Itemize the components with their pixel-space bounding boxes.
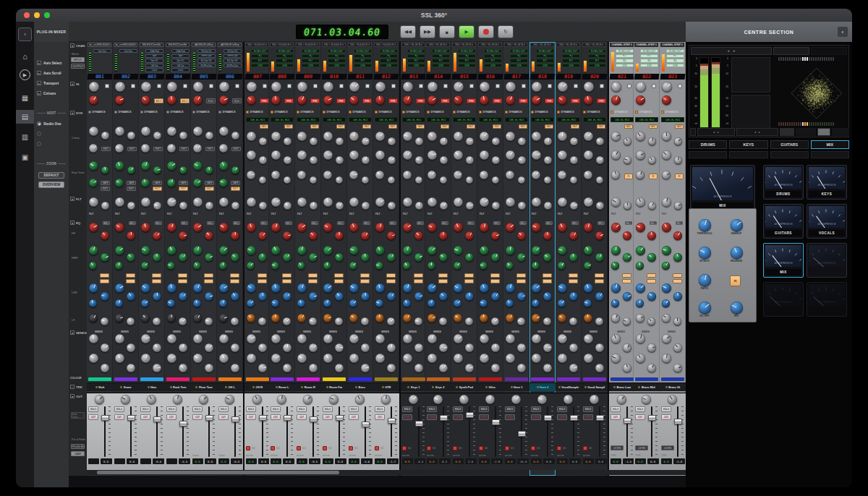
channel-colour-bar[interactable] bbox=[323, 377, 346, 381]
channel-function-button[interactable]: EQ bbox=[251, 54, 269, 58]
channel-strip[interactable]: SSL • SL 4K B ▾FLT/EQ OUTEQFLTDYN017PRED… bbox=[503, 42, 529, 476]
knob[interactable] bbox=[259, 137, 267, 145]
solo-clear-button[interactable]: Solo Clear bbox=[71, 412, 85, 419]
channel-function-button[interactable]: EQ bbox=[536, 54, 554, 58]
knob[interactable] bbox=[297, 299, 305, 307]
knob[interactable] bbox=[231, 253, 239, 262]
knob[interactable] bbox=[349, 334, 359, 343]
channel-function-button[interactable]: EQ bbox=[302, 54, 320, 58]
knob[interactable] bbox=[349, 354, 359, 363]
knob[interactable] bbox=[271, 314, 280, 322]
host-slot-2[interactable] bbox=[37, 132, 41, 136]
forward-button[interactable]: ▶▶ bbox=[420, 25, 435, 38]
bell-button[interactable]: BELL bbox=[389, 221, 396, 225]
knob[interactable] bbox=[323, 314, 332, 322]
channel-function-button[interactable]: DYN bbox=[640, 64, 658, 67]
channel-function-button[interactable]: FLT bbox=[562, 59, 580, 62]
cut-button[interactable]: CUT bbox=[349, 414, 359, 420]
eq-in-button[interactable] bbox=[360, 279, 370, 283]
knob[interactable] bbox=[558, 246, 567, 255]
fader-track[interactable] bbox=[495, 406, 496, 457]
knob[interactable] bbox=[179, 343, 187, 352]
channel-function-button[interactable]: DYN bbox=[407, 64, 425, 67]
knob[interactable] bbox=[532, 262, 540, 270]
knob[interactable] bbox=[101, 292, 109, 301]
knob[interactable] bbox=[115, 197, 124, 207]
cut-button[interactable]: CUT bbox=[271, 414, 281, 420]
knob[interactable] bbox=[173, 395, 182, 404]
track-name[interactable]: Brass Mid bbox=[634, 382, 660, 391]
knob[interactable] bbox=[569, 231, 578, 240]
eq-dyn-sc-button[interactable] bbox=[360, 273, 370, 278]
knob[interactable] bbox=[271, 334, 281, 343]
knob[interactable] bbox=[584, 354, 593, 363]
knob[interactable] bbox=[595, 364, 604, 372]
track-name[interactable]: OH R bbox=[244, 382, 271, 391]
knob[interactable] bbox=[388, 156, 396, 164]
knob[interactable] bbox=[205, 132, 213, 140]
phase-button[interactable] bbox=[469, 84, 474, 88]
knob[interactable] bbox=[491, 231, 500, 240]
channel-function-button[interactable]: DYN bbox=[562, 64, 580, 67]
channel-colour-bar[interactable] bbox=[375, 377, 398, 381]
knob[interactable] bbox=[623, 364, 631, 372]
knob[interactable] bbox=[480, 299, 488, 307]
eq-in-button[interactable] bbox=[126, 279, 135, 283]
knob[interactable] bbox=[258, 317, 266, 325]
knob[interactable] bbox=[167, 223, 176, 232]
channels-icon[interactable]: ▦ bbox=[18, 91, 32, 105]
knob[interactable] bbox=[511, 395, 521, 404]
channel-function-button[interactable]: EQ bbox=[354, 54, 372, 58]
channel-colour-bar[interactable] bbox=[635, 377, 658, 381]
fader-handle[interactable] bbox=[674, 419, 682, 424]
knob[interactable] bbox=[375, 334, 385, 343]
knob[interactable] bbox=[323, 150, 333, 160]
knob[interactable] bbox=[89, 95, 98, 105]
fader-value[interactable]: 0.0 bbox=[335, 458, 346, 464]
knob[interactable] bbox=[349, 197, 359, 207]
knob[interactable] bbox=[569, 364, 578, 372]
knob[interactable] bbox=[361, 343, 370, 352]
mixer-strips-icon[interactable]: ▥ bbox=[18, 130, 32, 144]
knob[interactable] bbox=[297, 223, 307, 232]
gate-button[interactable]: GATE bbox=[205, 181, 214, 185]
track-name[interactable]: VocalSample bbox=[556, 382, 582, 391]
eq-in-button[interactable] bbox=[673, 279, 682, 283]
pre-button[interactable]: PRE bbox=[597, 98, 606, 103]
knob[interactable] bbox=[569, 292, 578, 301]
knob[interactable] bbox=[584, 299, 592, 307]
pre-button[interactable]: PRE bbox=[545, 98, 554, 103]
dynamics-header[interactable]: DYNAMICS bbox=[88, 111, 106, 114]
phase-button[interactable] bbox=[339, 84, 344, 88]
knob[interactable] bbox=[415, 202, 423, 210]
channel-function-button[interactable]: DYN bbox=[380, 64, 398, 67]
channel-colour-bar[interactable] bbox=[661, 377, 684, 381]
knob[interactable] bbox=[167, 334, 176, 343]
knob[interactable] bbox=[89, 161, 98, 171]
knob[interactable] bbox=[167, 314, 176, 322]
knob[interactable] bbox=[558, 171, 566, 179]
fader-handle[interactable] bbox=[440, 415, 448, 421]
eq-in-button[interactable] bbox=[204, 279, 213, 283]
track-name[interactable]: Room L bbox=[269, 382, 295, 391]
eq-in-button[interactable] bbox=[595, 279, 604, 283]
knob[interactable] bbox=[403, 283, 412, 293]
knob[interactable] bbox=[309, 343, 318, 352]
solo-button[interactable]: SOLO bbox=[140, 406, 150, 412]
knob[interactable] bbox=[219, 127, 229, 136]
dynamics-header[interactable]: DYNAMICS bbox=[166, 111, 184, 114]
fast-button[interactable]: FAST bbox=[310, 124, 319, 129]
knob[interactable] bbox=[349, 171, 358, 179]
knob[interactable] bbox=[153, 317, 161, 325]
knob[interactable] bbox=[335, 343, 344, 352]
bell-button[interactable]: BELL bbox=[285, 221, 292, 225]
dynamics-header[interactable]: DYNAMICS bbox=[610, 111, 628, 114]
cut-button[interactable]: CUT bbox=[166, 414, 176, 420]
fast-button[interactable]: FAST bbox=[336, 124, 345, 129]
channel-colour-bar[interactable] bbox=[140, 377, 163, 381]
knob[interactable] bbox=[271, 95, 281, 105]
knob[interactable] bbox=[247, 299, 255, 307]
knob[interactable] bbox=[662, 334, 671, 343]
channel-function-button[interactable]: Dyn SC bbox=[171, 59, 190, 62]
knob[interactable] bbox=[247, 95, 256, 105]
